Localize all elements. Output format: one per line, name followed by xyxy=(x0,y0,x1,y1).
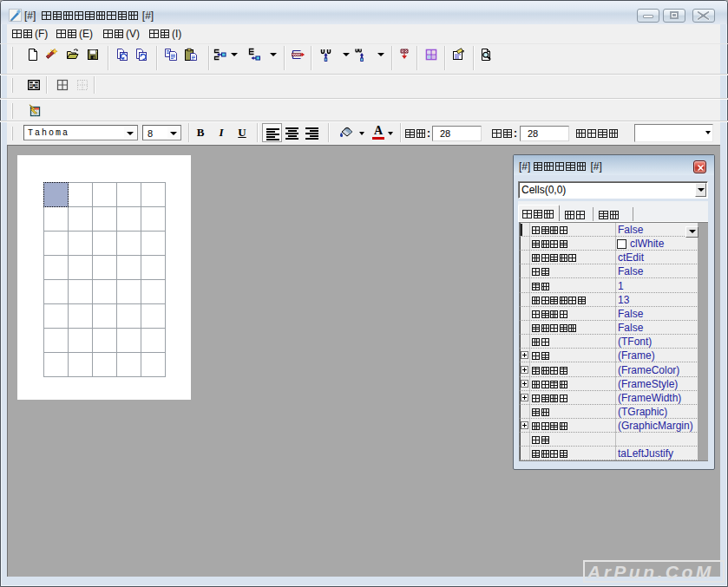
svg-text:a: a xyxy=(32,82,36,88)
